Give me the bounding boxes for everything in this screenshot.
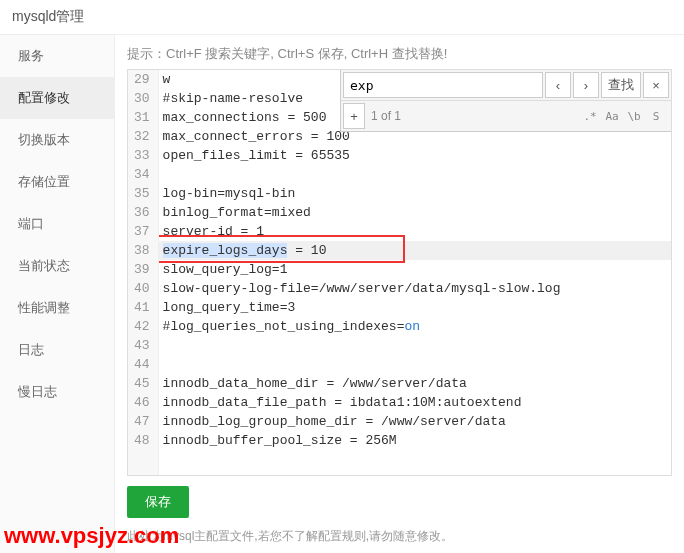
code-line[interactable]: slow_query_log=1 [159,260,671,279]
code-line[interactable]: binlog_format=mixed [159,203,671,222]
sidebar: 服务配置修改切换版本存储位置端口当前状态性能调整日志慢日志 [0,35,115,553]
code-line[interactable]: slow-query-log-file=/www/server/data/mys… [159,279,671,298]
search-expand-button[interactable]: + [343,103,365,129]
search-close-button[interactable]: × [643,72,669,98]
search-count: 1 of 1 [365,109,579,123]
sidebar-item-0[interactable]: 服务 [0,35,114,77]
code-line[interactable]: #log_queries_not_using_indexes=on [159,317,671,336]
search-selection-toggle[interactable]: S [645,105,667,127]
code-line[interactable]: long_query_time=3 [159,298,671,317]
sidebar-item-7[interactable]: 日志 [0,329,114,371]
code-line[interactable]: expire_logs_days = 10 [159,241,671,260]
search-find-button[interactable]: 查找 [601,72,641,98]
code-line[interactable]: server-id = 1 [159,222,671,241]
code-editor[interactable]: 2930313233343536373839404142434445464748… [127,69,672,476]
search-panel: ‹ › 查找 × + 1 of 1 .* Aa \b S [340,70,671,132]
search-word-toggle[interactable]: \b [623,105,645,127]
code-line[interactable] [159,165,671,184]
sidebar-item-5[interactable]: 当前状态 [0,245,114,287]
footer-tip: 此处为mysql主配置文件,若您不了解配置规则,请勿随意修改。 [127,528,672,553]
search-prev-button[interactable]: ‹ [545,72,571,98]
window-title: mysqld管理 [0,0,684,35]
sidebar-item-1[interactable]: 配置修改 [0,77,114,119]
code-line[interactable]: innodb_data_file_path = ibdata1:10M:auto… [159,393,671,412]
sidebar-item-4[interactable]: 端口 [0,203,114,245]
search-case-toggle[interactable]: Aa [601,105,623,127]
code-line[interactable] [159,336,671,355]
sidebar-item-3[interactable]: 存储位置 [0,161,114,203]
line-gutter: 2930313233343536373839404142434445464748 [128,70,159,475]
search-input[interactable] [343,72,543,98]
sidebar-item-2[interactable]: 切换版本 [0,119,114,161]
search-next-button[interactable]: › [573,72,599,98]
code-line[interactable]: open_files_limit = 65535 [159,146,671,165]
save-button[interactable]: 保存 [127,486,189,518]
sidebar-item-8[interactable]: 慢日志 [0,371,114,413]
code-line[interactable]: innodb_data_home_dir = /www/server/data [159,374,671,393]
code-line[interactable]: log-bin=mysql-bin [159,184,671,203]
sidebar-item-6[interactable]: 性能调整 [0,287,114,329]
hint-text: 提示：Ctrl+F 搜索关键字, Ctrl+S 保存, Ctrl+H 查找替换! [127,45,672,63]
code-line[interactable]: innodb_buffer_pool_size = 256M [159,431,671,450]
code-line[interactable] [159,355,671,374]
search-regex-toggle[interactable]: .* [579,105,601,127]
code-line[interactable]: innodb_log_group_home_dir = /www/server/… [159,412,671,431]
